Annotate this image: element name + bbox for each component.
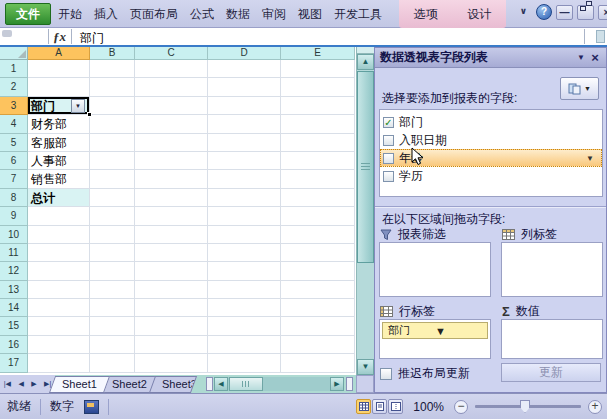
scroll-up-icon[interactable]: ▲ (357, 54, 374, 70)
vertical-scrollbar[interactable]: ▲ ▼ (356, 47, 374, 375)
cell-D13[interactable] (208, 281, 281, 299)
cell-D16[interactable] (208, 336, 281, 354)
zoom-slider-thumb[interactable] (520, 400, 530, 413)
cell-A8[interactable]: 总计 (28, 189, 90, 207)
zoom-in-button[interactable]: + (588, 400, 602, 414)
report-filter-box[interactable] (379, 242, 491, 297)
cell-E5[interactable] (281, 134, 355, 152)
normal-view-button[interactable] (356, 399, 371, 414)
row-labels-box[interactable]: 部门▼ (379, 319, 491, 359)
cell-E13[interactable] (281, 281, 355, 299)
cell-A4[interactable]: 财务部 (28, 115, 90, 133)
fx-icon[interactable]: ƒx (53, 29, 66, 45)
cell-B13[interactable] (90, 281, 135, 299)
field-section-layout-button[interactable]: ▼ (560, 77, 599, 100)
cell-C2[interactable] (135, 78, 208, 96)
cell-D8[interactable] (208, 189, 281, 207)
horizontal-scrollbar-thumb[interactable] (229, 377, 263, 391)
cell-A17[interactable] (28, 354, 90, 372)
cell-E15[interactable] (281, 317, 355, 335)
cell-B2[interactable] (90, 78, 135, 96)
cell-D7[interactable] (208, 170, 281, 188)
minimize-icon[interactable]: — (556, 5, 573, 20)
cell-E11[interactable] (281, 244, 355, 262)
field-item[interactable]: 学历 (380, 167, 602, 185)
cell-D12[interactable] (208, 262, 281, 280)
row-header-6[interactable]: 6 (0, 152, 28, 170)
cell-A9[interactable] (28, 207, 90, 225)
cell-D14[interactable] (208, 299, 281, 317)
sheet-tab-Sheet1[interactable]: Sheet1 (49, 376, 110, 393)
row-header-5[interactable]: 5 (0, 134, 28, 152)
field-item[interactable]: ✓部门 (380, 113, 602, 131)
cell-D4[interactable] (208, 115, 281, 133)
cell-E1[interactable] (281, 60, 355, 78)
cell-E8[interactable] (281, 189, 355, 207)
cell-E14[interactable] (281, 299, 355, 317)
tab-split-handle[interactable] (206, 377, 213, 391)
ribbon-tab[interactable]: 页面布局 (124, 3, 184, 25)
help-icon[interactable]: ? (536, 4, 552, 20)
cell-D5[interactable] (208, 134, 281, 152)
cell-D3[interactable] (208, 97, 281, 115)
cell-C3[interactable] (135, 97, 208, 115)
sheet-tab-Sheet3[interactable]: Sheet3 (149, 376, 197, 393)
cell-D15[interactable] (208, 317, 281, 335)
cell-E4[interactable] (281, 115, 355, 133)
split-handle[interactable] (357, 47, 374, 54)
page-layout-view-button[interactable] (372, 399, 387, 414)
scroll-down-icon[interactable]: ▼ (357, 359, 374, 375)
cell-A1[interactable] (28, 60, 90, 78)
field-pill[interactable]: 部门▼ (382, 322, 488, 339)
vertical-scrollbar-thumb[interactable] (357, 71, 374, 263)
horizontal-scrollbar[interactable]: ◀ ▶ (214, 377, 344, 391)
cell-C7[interactable] (135, 170, 208, 188)
next-sheet-icon[interactable]: ▶ (31, 380, 36, 388)
cell-E7[interactable] (281, 170, 355, 188)
cell-C15[interactable] (135, 317, 208, 335)
zoom-out-button[interactable]: − (454, 400, 468, 414)
cell-E2[interactable] (281, 78, 355, 96)
update-button[interactable]: 更新 (501, 363, 601, 382)
scroll-left-icon[interactable]: ◀ (214, 377, 228, 391)
close-icon[interactable]: × (598, 5, 607, 20)
row-header-15[interactable]: 15 (0, 317, 28, 335)
cell-B4[interactable] (90, 115, 135, 133)
row-header-14[interactable]: 14 (0, 299, 28, 317)
defer-layout-checkbox[interactable] (380, 368, 392, 380)
formula-bar-expand-handle[interactable] (596, 30, 605, 43)
row-header-4[interactable]: 4 (0, 115, 28, 133)
cell-C9[interactable] (135, 207, 208, 225)
scroll-right-icon[interactable]: ▶ (330, 377, 344, 391)
cell-C4[interactable] (135, 115, 208, 133)
cell-B3[interactable] (90, 97, 135, 115)
cell-E3[interactable] (281, 97, 355, 115)
cell-E6[interactable] (281, 152, 355, 170)
cell-A13[interactable] (28, 281, 90, 299)
column-header-B[interactable]: B (90, 47, 135, 60)
cell-B6[interactable] (90, 152, 135, 170)
cell-D17[interactable] (208, 354, 281, 372)
ribbon-tab[interactable]: 插入 (88, 3, 124, 25)
pane-close-icon[interactable]: × (589, 50, 601, 65)
cell-C14[interactable] (135, 299, 208, 317)
cell-A14[interactable] (28, 299, 90, 317)
cell-C17[interactable] (135, 354, 208, 372)
ribbon-tab[interactable]: 审阅 (256, 3, 292, 25)
name-box[interactable] (2, 30, 12, 37)
cell-A11[interactable] (28, 244, 90, 262)
row-header-8[interactable]: 8 (0, 189, 28, 207)
contextual-tab[interactable]: 选项 (408, 0, 444, 28)
cell-D10[interactable] (208, 226, 281, 244)
cell-B16[interactable] (90, 336, 135, 354)
row-header-11[interactable]: 11 (0, 244, 28, 262)
cell-C5[interactable] (135, 134, 208, 152)
cell-A3[interactable]: 部门▼ (28, 97, 90, 115)
cell-D11[interactable] (208, 244, 281, 262)
formula-input[interactable]: 部门 (80, 30, 104, 47)
autofilter-dropdown-icon[interactable]: ▼ (71, 99, 85, 113)
row-header-17[interactable]: 17 (0, 354, 28, 372)
cell-C1[interactable] (135, 60, 208, 78)
field-checkbox[interactable] (383, 135, 394, 146)
ribbon-tab[interactable]: 开发工具 (328, 3, 388, 25)
